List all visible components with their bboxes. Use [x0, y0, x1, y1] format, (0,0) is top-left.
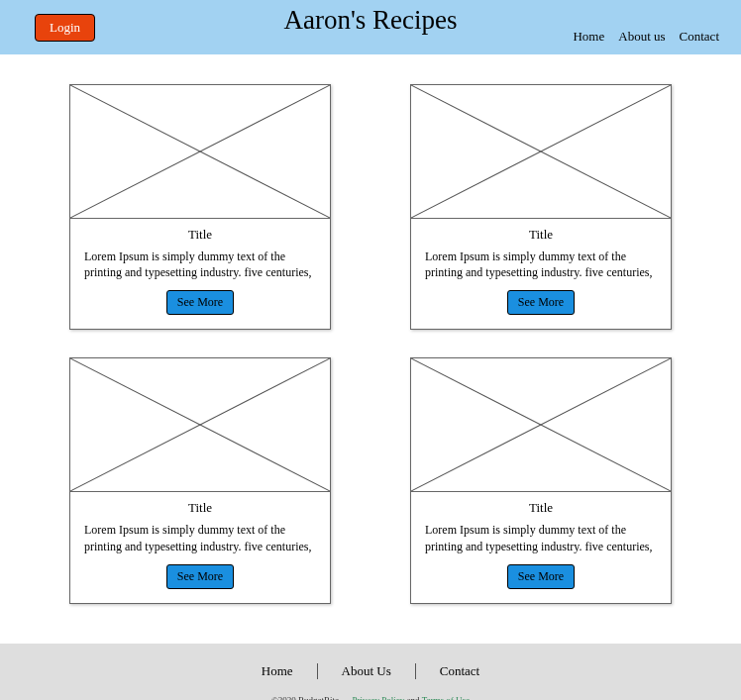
- recipe-card: Title Lorem Ipsum is simply dummy text o…: [410, 84, 672, 330]
- privacy-policy-link[interactable]: Privacy Policy: [353, 695, 405, 700]
- login-button[interactable]: Login: [35, 14, 95, 42]
- card-body: Title Lorem Ipsum is simply dummy text o…: [411, 219, 671, 329]
- nav-contact[interactable]: Contact: [680, 29, 719, 45]
- see-more-button[interactable]: See More: [166, 290, 234, 315]
- terms-of-use-link[interactable]: Terms of Use: [422, 695, 470, 700]
- recipe-card: Title Lorem Ipsum is simply dummy text o…: [69, 84, 331, 330]
- image-placeholder: [411, 358, 671, 492]
- see-more-button[interactable]: See More: [507, 290, 575, 315]
- footer-nav-about[interactable]: About Us: [318, 663, 415, 679]
- see-more-button[interactable]: See More: [507, 564, 575, 589]
- footer-nav: Home About Us Contact: [0, 663, 741, 679]
- card-body: Title Lorem Ipsum is simply dummy text o…: [70, 219, 330, 329]
- card-body: Title Lorem Ipsum is simply dummy text o…: [70, 492, 330, 602]
- card-title: Title: [84, 227, 316, 243]
- nav-about[interactable]: About us: [618, 29, 665, 45]
- image-placeholder: [411, 85, 671, 219]
- card-title: Title: [425, 227, 657, 243]
- site-title: Aaron's Recipes: [283, 5, 457, 36]
- recipe-card: Title Lorem Ipsum is simply dummy text o…: [69, 357, 331, 603]
- recipe-card: Title Lorem Ipsum is simply dummy text o…: [410, 357, 672, 603]
- legal-and: and: [404, 695, 421, 700]
- image-placeholder: [70, 358, 330, 492]
- footer: Home About Us Contact ©2020 BudgetRite P…: [0, 644, 741, 700]
- card-description: Lorem Ipsum is simply dummy text of the …: [425, 249, 657, 280]
- header-nav: Home About us Contact: [573, 29, 719, 45]
- footer-nav-home[interactable]: Home: [238, 663, 317, 679]
- copyright-text: ©2020 BudgetRite: [271, 695, 339, 700]
- footer-legal: ©2020 BudgetRite Privacy Policy and Term…: [0, 695, 741, 700]
- header: Login Aaron's Recipes Home About us Cont…: [0, 0, 741, 54]
- footer-nav-contact[interactable]: Contact: [416, 663, 503, 679]
- card-title: Title: [84, 500, 316, 516]
- image-placeholder: [70, 85, 330, 219]
- nav-home[interactable]: Home: [573, 29, 604, 45]
- see-more-button[interactable]: See More: [166, 564, 234, 589]
- card-description: Lorem Ipsum is simply dummy text of the …: [84, 249, 316, 280]
- card-body: Title Lorem Ipsum is simply dummy text o…: [411, 492, 671, 602]
- card-description: Lorem Ipsum is simply dummy text of the …: [84, 522, 316, 553]
- card-description: Lorem Ipsum is simply dummy text of the …: [425, 522, 657, 553]
- content-grid: Title Lorem Ipsum is simply dummy text o…: [0, 54, 741, 644]
- card-title: Title: [425, 500, 657, 516]
